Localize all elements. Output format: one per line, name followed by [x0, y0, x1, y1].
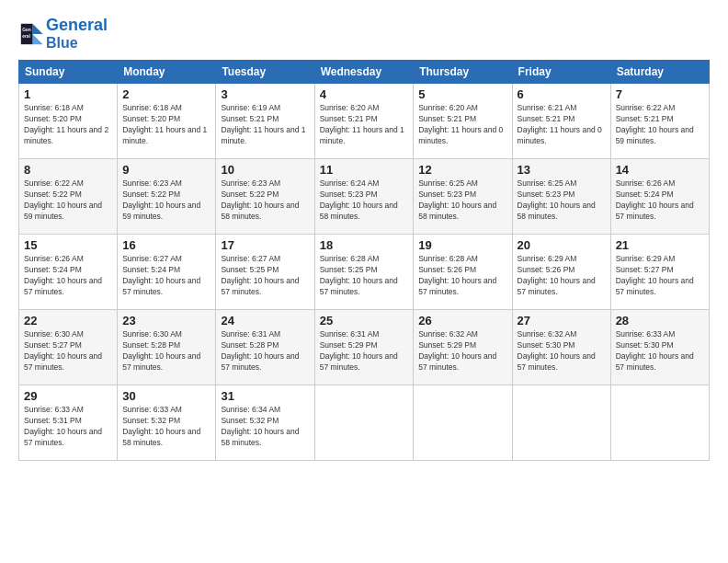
- sunrise: Sunrise: 6:28 AM: [418, 254, 506, 265]
- calendar-cell: 30 Sunrise: 6:33 AM Sunset: 5:32 PM Dayl…: [118, 385, 216, 461]
- sunset: Sunset: 5:26 PM: [518, 265, 606, 276]
- calendar-cell: 31 Sunrise: 6:34 AM Sunset: 5:32 PM Dayl…: [216, 385, 314, 461]
- calendar-cell: 13 Sunrise: 6:25 AM Sunset: 5:23 PM Dayl…: [512, 159, 610, 235]
- header: Gen eral General Blue: [18, 17, 710, 51]
- sunset: Sunset: 5:28 PM: [221, 340, 309, 351]
- weekday-header-friday: Friday: [512, 61, 610, 84]
- svg-text:eral: eral: [22, 34, 30, 39]
- weekday-header-thursday: Thursday: [414, 61, 512, 84]
- day-number: 11: [320, 163, 409, 177]
- daylight: Daylight: 10 hours and 57 minutes.: [320, 276, 409, 298]
- calendar-cell: 1 Sunrise: 6:18 AM Sunset: 5:20 PM Dayli…: [19, 84, 118, 159]
- day-info: Sunrise: 6:20 AM Sunset: 5:21 PM Dayligh…: [320, 103, 409, 147]
- day-number: 23: [122, 314, 210, 327]
- day-number: 10: [221, 163, 309, 177]
- sunset: Sunset: 5:21 PM: [616, 114, 704, 125]
- day-number: 18: [320, 238, 409, 252]
- logo-text: General Blue: [46, 17, 108, 51]
- day-number: 12: [418, 163, 506, 177]
- sunset: Sunset: 5:26 PM: [418, 265, 506, 276]
- day-number: 26: [418, 314, 506, 327]
- svg-marker-0: [32, 23, 42, 33]
- calendar-cell: 18 Sunrise: 6:28 AM Sunset: 5:25 PM Dayl…: [314, 235, 414, 310]
- day-info: Sunrise: 6:25 AM Sunset: 5:23 PM Dayligh…: [418, 178, 506, 223]
- daylight: Daylight: 11 hours and 1 minute.: [122, 125, 210, 147]
- sunrise: Sunrise: 6:33 AM: [122, 405, 210, 416]
- day-number: 22: [24, 314, 112, 327]
- daylight: Daylight: 10 hours and 57 minutes.: [221, 351, 309, 373]
- day-number: 14: [616, 163, 704, 177]
- sunset: Sunset: 5:23 PM: [418, 190, 506, 201]
- sunrise: Sunrise: 6:34 AM: [221, 405, 309, 416]
- day-number: 7: [616, 87, 704, 101]
- sunset: Sunset: 5:23 PM: [518, 190, 606, 201]
- sunrise: Sunrise: 6:32 AM: [518, 329, 606, 340]
- daylight: Daylight: 11 hours and 0 minutes.: [518, 125, 606, 147]
- calendar-cell: 9 Sunrise: 6:23 AM Sunset: 5:22 PM Dayli…: [118, 159, 216, 235]
- day-number: 31: [221, 389, 309, 403]
- calendar-cell: [414, 385, 512, 461]
- calendar-cell: 27 Sunrise: 6:32 AM Sunset: 5:30 PM Dayl…: [512, 310, 610, 385]
- daylight: Daylight: 10 hours and 57 minutes.: [616, 276, 704, 298]
- sunset: Sunset: 5:21 PM: [418, 114, 506, 125]
- calendar-cell: 7 Sunrise: 6:22 AM Sunset: 5:21 PM Dayli…: [610, 84, 709, 159]
- sunrise: Sunrise: 6:26 AM: [24, 254, 112, 265]
- calendar-cell: 16 Sunrise: 6:27 AM Sunset: 5:24 PM Dayl…: [118, 235, 216, 310]
- weekday-header-monday: Monday: [118, 61, 216, 84]
- day-number: 5: [418, 87, 506, 101]
- sunset: Sunset: 5:30 PM: [616, 340, 704, 351]
- day-info: Sunrise: 6:25 AM Sunset: 5:23 PM Dayligh…: [518, 178, 606, 223]
- daylight: Daylight: 10 hours and 59 minutes.: [122, 201, 210, 223]
- daylight: Daylight: 10 hours and 57 minutes.: [616, 351, 704, 373]
- sunrise: Sunrise: 6:25 AM: [518, 178, 606, 190]
- day-number: 2: [122, 87, 210, 101]
- day-number: 9: [122, 163, 210, 177]
- calendar-cell: 15 Sunrise: 6:26 AM Sunset: 5:24 PM Dayl…: [19, 235, 118, 310]
- sunrise: Sunrise: 6:23 AM: [221, 178, 309, 190]
- daylight: Daylight: 10 hours and 57 minutes.: [418, 351, 506, 373]
- calendar-cell: 29 Sunrise: 6:33 AM Sunset: 5:31 PM Dayl…: [19, 385, 118, 461]
- sunset: Sunset: 5:20 PM: [122, 114, 210, 125]
- daylight: Daylight: 10 hours and 57 minutes.: [221, 276, 309, 298]
- calendar-cell: 21 Sunrise: 6:29 AM Sunset: 5:27 PM Dayl…: [610, 235, 709, 310]
- day-number: 13: [518, 163, 606, 177]
- daylight: Daylight: 10 hours and 59 minutes.: [616, 125, 704, 147]
- daylight: Daylight: 11 hours and 0 minutes.: [418, 125, 506, 147]
- calendar-cell: 12 Sunrise: 6:25 AM Sunset: 5:23 PM Dayl…: [414, 159, 512, 235]
- sunrise: Sunrise: 6:30 AM: [24, 329, 112, 340]
- day-info: Sunrise: 6:31 AM Sunset: 5:29 PM Dayligh…: [320, 329, 409, 373]
- sunrise: Sunrise: 6:20 AM: [418, 103, 506, 114]
- sunrise: Sunrise: 6:18 AM: [24, 103, 112, 114]
- sunrise: Sunrise: 6:31 AM: [320, 329, 409, 340]
- calendar-cell: 25 Sunrise: 6:31 AM Sunset: 5:29 PM Dayl…: [314, 310, 414, 385]
- calendar-cell: 5 Sunrise: 6:20 AM Sunset: 5:21 PM Dayli…: [414, 84, 512, 159]
- calendar-cell: [512, 385, 610, 461]
- day-number: 4: [320, 87, 409, 101]
- sunrise: Sunrise: 6:27 AM: [221, 254, 309, 265]
- day-info: Sunrise: 6:31 AM Sunset: 5:28 PM Dayligh…: [221, 329, 309, 373]
- day-info: Sunrise: 6:33 AM Sunset: 5:31 PM Dayligh…: [24, 405, 112, 449]
- sunset: Sunset: 5:22 PM: [122, 190, 210, 201]
- day-info: Sunrise: 6:30 AM Sunset: 5:27 PM Dayligh…: [24, 329, 112, 373]
- calendar-cell: 23 Sunrise: 6:30 AM Sunset: 5:28 PM Dayl…: [118, 310, 216, 385]
- day-number: 17: [221, 238, 309, 252]
- sunset: Sunset: 5:25 PM: [320, 265, 409, 276]
- day-number: 1: [24, 87, 112, 101]
- sunrise: Sunrise: 6:22 AM: [24, 178, 112, 190]
- day-info: Sunrise: 6:32 AM Sunset: 5:30 PM Dayligh…: [518, 329, 606, 373]
- daylight: Daylight: 10 hours and 58 minutes.: [221, 201, 309, 223]
- daylight: Daylight: 10 hours and 57 minutes.: [320, 351, 409, 373]
- day-info: Sunrise: 6:27 AM Sunset: 5:24 PM Dayligh…: [122, 254, 210, 298]
- calendar-cell: 11 Sunrise: 6:24 AM Sunset: 5:23 PM Dayl…: [314, 159, 414, 235]
- day-info: Sunrise: 6:33 AM Sunset: 5:32 PM Dayligh…: [122, 405, 210, 449]
- weekday-header-tuesday: Tuesday: [216, 61, 314, 84]
- day-info: Sunrise: 6:20 AM Sunset: 5:21 PM Dayligh…: [418, 103, 506, 147]
- sunset: Sunset: 5:32 PM: [122, 416, 210, 427]
- daylight: Daylight: 10 hours and 58 minutes.: [320, 201, 409, 223]
- day-number: 15: [24, 238, 112, 252]
- daylight: Daylight: 11 hours and 1 minute.: [320, 125, 409, 147]
- sunset: Sunset: 5:24 PM: [616, 190, 704, 201]
- day-number: 25: [320, 314, 409, 327]
- sunrise: Sunrise: 6:31 AM: [221, 329, 309, 340]
- calendar-cell: 6 Sunrise: 6:21 AM Sunset: 5:21 PM Dayli…: [512, 84, 610, 159]
